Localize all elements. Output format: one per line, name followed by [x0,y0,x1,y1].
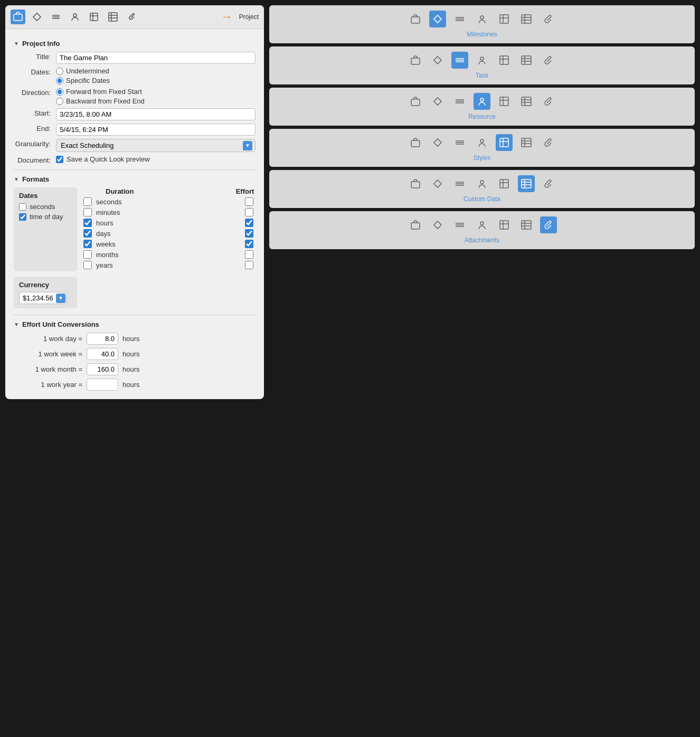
formats-triangle[interactable]: ▼ [14,176,19,182]
start-row: Start: [14,108,256,120]
dates-specific-radio[interactable] [56,77,63,84]
styles-grid-icon[interactable] [496,134,513,151]
custom-data-person-icon[interactable] [474,175,490,192]
resource-attach-icon[interactable] [540,93,557,110]
task-person-icon[interactable] [474,52,490,69]
toolbar-resource-icon[interactable] [68,10,82,24]
effort-minutes-checkbox[interactable] [245,208,253,216]
effort-hours-checkbox[interactable] [245,219,253,227]
toolbar-attachments-icon[interactable] [125,10,139,24]
svg-rect-32 [500,56,508,64]
styles-briefcase-icon[interactable] [407,134,424,151]
direction-backward-label: Backward from Fixed End [66,97,145,105]
duration-weeks-checkbox[interactable] [83,240,92,248]
styles-lines-icon[interactable] [451,134,468,151]
attachments-briefcase-icon[interactable] [407,216,424,233]
custom-data-diamond-icon[interactable] [429,175,446,192]
duration-seconds-label: seconds [94,198,243,206]
milestones-table-icon[interactable] [518,11,535,27]
conversion-month-input[interactable] [87,363,118,375]
task-grid-icon[interactable] [496,52,513,69]
custom-data-lines-icon[interactable] [451,175,468,192]
time-of-day-checkbox-row[interactable]: time of day [19,213,72,221]
custom-data-briefcase-icon[interactable] [407,175,424,192]
attachments-grid-icon[interactable] [496,216,513,233]
styles-attach-icon[interactable] [540,134,557,151]
svg-rect-79 [434,221,441,229]
dates-undetermined-option[interactable]: Undetermined [56,67,256,75]
title-input[interactable] [56,52,256,64]
direction-backward-radio[interactable] [56,98,63,105]
attachments-diamond-icon[interactable] [429,216,446,233]
document-checkbox[interactable] [56,156,63,163]
direction-backward-option[interactable]: Backward from Fixed End [56,97,256,105]
duration-seconds-checkbox[interactable] [83,197,92,206]
effort-years-checkbox[interactable] [245,261,253,269]
resource-diamond-icon[interactable] [429,93,446,110]
styles-person-icon[interactable] [474,134,490,151]
resource-lines-icon[interactable] [451,93,468,110]
currency-select[interactable]: $1,234.56 [19,292,67,304]
start-input[interactable] [56,108,256,120]
conversion-week-input[interactable] [87,348,118,360]
svg-rect-78 [411,223,420,229]
task-table-icon[interactable] [518,52,535,69]
direction-forward-option[interactable]: Forward from Fixed Start [56,88,256,96]
attachments-attach-icon[interactable] [540,216,557,233]
resource-grid-icon[interactable] [496,93,513,110]
toolbar-milestone-icon[interactable] [30,10,44,24]
duration-months-checkbox[interactable] [83,250,92,259]
toolbar-project-icon[interactable] [11,10,25,24]
toolbar-styles-icon[interactable] [87,10,101,24]
effort-days-checkbox[interactable] [245,229,253,238]
milestones-person-icon[interactable] [474,11,490,27]
styles-table-icon[interactable] [518,134,535,151]
custom-data-grid-icon[interactable] [496,175,513,192]
milestones-lines-icon[interactable] [451,11,468,27]
duration-minutes-checkbox[interactable] [83,208,92,216]
conversion-day-input[interactable] [87,333,118,345]
dates-undetermined-radio[interactable] [56,68,63,75]
styles-label: Styles [474,154,491,162]
milestones-diamond-icon[interactable] [429,11,446,27]
resource-briefcase-icon[interactable] [407,93,424,110]
dates-specific-option[interactable]: Specific Dates [56,77,256,84]
document-checkbox-row[interactable]: Save a Quick Look preview [56,155,256,163]
collapse-triangle[interactable]: ▼ [14,41,19,46]
milestones-briefcase-icon[interactable] [407,11,424,27]
svg-rect-26 [411,58,420,64]
custom-data-attach-icon[interactable] [540,175,557,192]
effort-weeks-checkbox[interactable] [245,240,253,248]
effort-triangle[interactable]: ▼ [14,322,19,327]
duration-hours-label: hours [94,219,243,227]
toolbar-task-icon[interactable] [49,10,63,24]
styles-diamond-icon[interactable] [429,134,446,151]
task-attach-icon[interactable] [540,52,557,69]
task-diamond-icon[interactable] [429,52,446,69]
conversion-year-input[interactable] [87,379,118,391]
title-row: Title: [14,52,256,64]
custom-data-table-icon[interactable] [518,175,535,192]
attachments-table-icon[interactable] [518,216,535,233]
resource-table-icon[interactable] [518,93,535,110]
duration-years-checkbox[interactable] [83,261,92,269]
task-lines-icon[interactable] [451,52,468,69]
resource-person-icon[interactable] [474,93,490,110]
milestones-attach-icon[interactable] [540,11,557,27]
task-briefcase-icon[interactable] [407,52,424,69]
attachments-lines-icon[interactable] [451,216,468,233]
attachments-person-icon[interactable] [474,216,490,233]
end-input[interactable] [56,124,256,136]
attachments-card: Attachments [269,211,695,249]
duration-days-checkbox[interactable] [83,229,92,238]
duration-hours-checkbox[interactable] [83,219,92,227]
time-of-day-checkbox[interactable] [19,213,26,221]
seconds-checkbox-row[interactable]: seconds [19,203,72,211]
granularity-select[interactable]: Exact Scheduling Days Weeks [56,139,256,152]
toolbar-customdata-icon[interactable] [106,10,120,24]
effort-seconds-checkbox[interactable] [245,197,253,206]
direction-forward-radio[interactable] [56,88,63,96]
effort-months-checkbox[interactable] [245,250,253,259]
seconds-checkbox[interactable] [19,203,26,211]
milestones-grid-icon[interactable] [496,11,513,27]
